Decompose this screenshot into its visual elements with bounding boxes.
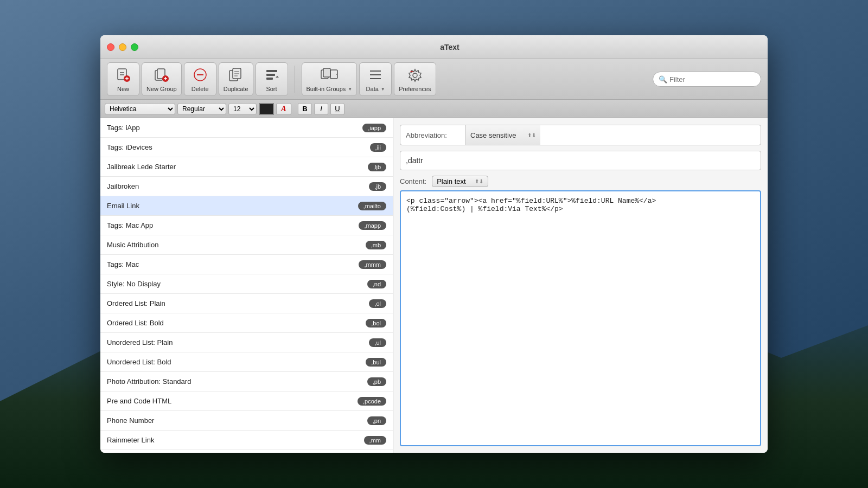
- text-color-button[interactable]: A: [276, 103, 291, 115]
- list-item[interactable]: Tags: iDevices ,iii: [100, 138, 393, 157]
- snippet-name: Tags: iDevices: [107, 143, 366, 151]
- font-select[interactable]: Helvetica: [105, 103, 175, 115]
- snippet-name: Phone Number: [107, 416, 363, 425]
- snippet-name: Unordered List: Bold: [107, 358, 361, 366]
- size-select[interactable]: 12: [228, 103, 257, 115]
- list-item[interactable]: Pre and Code HTML ,pcode: [100, 391, 393, 411]
- new-group-icon: [153, 66, 170, 84]
- snippet-name: Tags: iApp: [107, 124, 358, 132]
- snippet-name: Jailbreak Lede Starter: [107, 163, 363, 171]
- content-value: <p class="arrow"><a href="%field:URL%">%…: [406, 197, 656, 213]
- snippet-name: Music Attribution: [107, 241, 361, 249]
- snippet-abbr: ,bul: [366, 358, 386, 367]
- bold-button[interactable]: B: [298, 103, 312, 115]
- list-item[interactable]: Unordered List: Bold ,bul: [100, 352, 393, 372]
- list-item[interactable]: Tags: Mac ,mmm: [100, 255, 393, 274]
- list-item[interactable]: Style: Align Image Right ,rt: [100, 450, 393, 453]
- snippet-abbr: ,ol: [369, 299, 386, 308]
- snippet-name: Jailbroken: [107, 182, 365, 190]
- snippet-abbr: ,pn: [367, 416, 386, 425]
- snippet-abbr: ,pcode: [358, 397, 386, 406]
- list-item[interactable]: Phone Number ,pn: [100, 411, 393, 431]
- list-item[interactable]: Unordered List: Plain ,ul: [100, 333, 393, 352]
- delete-button[interactable]: Delete: [184, 62, 216, 96]
- main-window: aText New: [100, 35, 768, 453]
- filter-area: 🔍: [653, 72, 761, 87]
- list-item[interactable]: Photo Attribution: Standard ,pb: [100, 372, 393, 391]
- data-arrow: ▼: [381, 87, 385, 92]
- snippet-name: Style: No Display: [107, 280, 363, 288]
- snippet-abbr: ,pb: [367, 377, 386, 386]
- style-select[interactable]: Regular: [177, 103, 226, 115]
- filter-box[interactable]: 🔍: [653, 72, 761, 87]
- snippet-name: Rainmeter Link: [107, 436, 360, 444]
- new-group-label: New Group: [146, 86, 177, 92]
- content-type-arrow: ⬆⬇: [475, 178, 483, 184]
- preferences-button[interactable]: Preferences: [394, 62, 436, 96]
- toolbar: New New Group Delete: [100, 59, 768, 100]
- snippet-abbr: ,mmm: [359, 260, 386, 269]
- list-item[interactable]: Jailbroken ,jb: [100, 177, 393, 196]
- underline-button[interactable]: U: [330, 103, 344, 115]
- title-bar: aText: [100, 35, 768, 59]
- maximize-button[interactable]: [131, 43, 138, 51]
- snippet-name: Email Link: [107, 202, 354, 210]
- abbreviation-field[interactable]: ,dattr: [400, 151, 761, 170]
- content-section: Content: Plain text ⬆⬇ <p class="arrow">…: [400, 176, 761, 446]
- duplicate-button[interactable]: Duplicate: [219, 62, 253, 96]
- underline-icon: U: [335, 105, 340, 113]
- list-item[interactable]: Rainmeter Link ,mm: [100, 431, 393, 450]
- minimize-button[interactable]: [119, 43, 126, 51]
- sort-icon: [263, 66, 280, 84]
- snippet-abbr: ,nd: [367, 280, 386, 288]
- svg-marker-21: [276, 76, 279, 78]
- svg-rect-23: [323, 68, 330, 77]
- snippet-abbr: ,iii: [370, 143, 386, 152]
- close-button[interactable]: [107, 43, 114, 51]
- builtin-groups-arrow: ▼: [348, 87, 352, 92]
- filter-input[interactable]: [669, 75, 735, 84]
- snippet-abbr: ,mailto: [358, 202, 386, 210]
- svg-rect-20: [266, 78, 273, 80]
- data-icon: [367, 66, 384, 84]
- new-button[interactable]: New: [107, 62, 139, 96]
- delete-label: Delete: [192, 86, 209, 92]
- content-type-value: Plain text: [437, 177, 465, 185]
- snippet-abbr: ,mapp: [359, 221, 386, 230]
- content-label: Content:: [400, 177, 426, 185]
- case-sensitive-dropdown[interactable]: Case sensitive ⬆⬇: [465, 125, 540, 145]
- search-icon: 🔍: [659, 75, 667, 84]
- italic-button[interactable]: I: [314, 103, 328, 115]
- data-button[interactable]: Data ▼: [359, 62, 392, 96]
- list-item[interactable]: Ordered List: Plain ,ol: [100, 294, 393, 313]
- text-bg-color[interactable]: [259, 103, 274, 115]
- content-editor[interactable]: <p class="arrow"><a href="%field:URL%">%…: [400, 190, 761, 446]
- duplicate-icon: [227, 66, 245, 84]
- content-type-dropdown[interactable]: Plain text ⬆⬇: [432, 176, 488, 187]
- list-item[interactable]: Ordered List: Bold ,bol: [100, 313, 393, 333]
- traffic-lights: [107, 43, 138, 51]
- snippet-abbr: ,ul: [369, 338, 386, 347]
- main-content: Tags: iApp ,iapp Tags: iDevices ,iii Jai…: [100, 118, 768, 453]
- list-item[interactable]: Email Link ,mailto: [100, 196, 393, 216]
- list-item[interactable]: Style: No Display ,nd: [100, 274, 393, 294]
- list-item[interactable]: Tags: Mac App ,mapp: [100, 216, 393, 235]
- builtin-groups-button[interactable]: Built-in Groups ▼: [302, 62, 358, 96]
- list-item[interactable]: Jailbreak Lede Starter ,ljb: [100, 157, 393, 177]
- snippet-name: Tags: Mac: [107, 260, 354, 268]
- builtin-groups-label: Built-in Groups: [307, 86, 346, 92]
- window-title: aText: [138, 43, 761, 52]
- svg-point-29: [413, 73, 417, 78]
- delete-icon: [192, 66, 209, 84]
- new-group-button[interactable]: New Group: [142, 62, 182, 96]
- list-item[interactable]: Tags: iApp ,iapp: [100, 118, 393, 138]
- snippet-name: Unordered List: Plain: [107, 338, 365, 346]
- snippet-list: Tags: iApp ,iapp Tags: iDevices ,iii Jai…: [100, 118, 393, 453]
- builtin-groups-icon: [321, 66, 338, 84]
- new-icon: [114, 66, 132, 84]
- content-header: Content: Plain text ⬆⬇: [400, 176, 761, 187]
- list-item[interactable]: Music Attribution ,mb: [100, 235, 393, 255]
- case-sensitive-value: Case sensitive: [470, 131, 516, 139]
- svg-rect-18: [266, 70, 277, 72]
- sort-button[interactable]: Sort: [256, 62, 288, 96]
